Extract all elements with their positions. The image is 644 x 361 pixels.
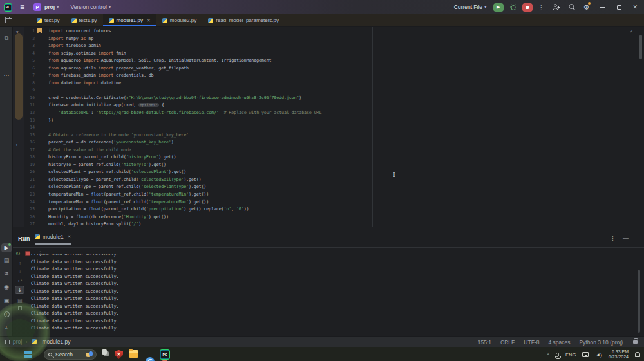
clear-icon[interactable] [15,306,24,311]
file-explorer-icon[interactable] [129,350,138,358]
code-line[interactable] [48,124,638,132]
project-folder-icon[interactable] [5,18,12,23]
status-item[interactable]: Python 3.10 (proj) [579,339,623,346]
console-scrollbar-thumb[interactable] [638,270,640,333]
scroll-to-end-icon[interactable]: ↧ [15,286,24,294]
tab-test1.py[interactable]: test1.py [66,14,103,26]
code-line[interactable]: month1, day1 = historyFrom.split('/') [48,221,638,227]
collapsed-project-panel[interactable]: ▾ › [13,27,24,227]
tab-module1.py[interactable]: module1.py✕ [103,14,156,26]
code-line[interactable]: from scipy.optimize import fmin [48,50,638,58]
security-shield-icon[interactable]: ✕ [115,350,123,359]
tab-test.py[interactable]: test.py [31,14,66,26]
project-badge[interactable]: P [33,3,41,11]
tab-read_model_parameters.py[interactable]: read_model_parameters.py [202,14,285,26]
version-control-tool-icon[interactable]: Y [0,324,13,331]
code-line[interactable]: from aquacrop import AquaCropModel, Soil… [48,57,638,65]
code-line[interactable]: from datetime import datetime [48,80,638,88]
hide-panel-icon[interactable] [20,21,24,21]
inspections-ok-icon[interactable]: ✓ [629,28,634,34]
console-stop-icon[interactable] [25,251,30,256]
run-console-tab[interactable]: module1 ✕ [35,234,71,245]
tray-expand-icon[interactable]: ^ [547,352,549,358]
notifications-bell-icon[interactable] [635,352,640,357]
problems-tool-icon[interactable]: ! [0,311,13,317]
rerun-icon[interactable]: ↻ [15,250,21,257]
pycharm-taskbar-icon[interactable]: PC [160,349,170,360]
start-button[interactable] [24,351,32,358]
code-line[interactable]: firebase_admin.initialize_app(cred, opti… [48,102,638,109]
code-line[interactable]: cred = credentials.Certificate(r"K:\b\om… [48,95,638,102]
project-name[interactable]: proj [44,4,55,10]
console-options-icon[interactable]: ⋮ [610,235,616,241]
console-output[interactable]: Climate data written successfully.Climat… [31,254,626,335]
run-button[interactable]: ▶ [493,3,504,12]
close-icon[interactable]: ✕ [147,18,151,23]
code-line[interactable]: parent_ref = db.reference('yourconstant_… [48,139,638,147]
main-menu-icon[interactable]: ≡ [20,3,24,12]
display-icon[interactable] [582,352,589,357]
breadcrumb-file[interactable]: module1.py [43,338,71,345]
code-line[interactable]: temperatureMin = float(parent_ref.child(… [48,191,638,199]
code-line[interactable] [48,87,638,95]
code-line[interactable]: # Obtain a reference to the node 'yourco… [48,132,638,140]
run-config-selector[interactable]: Current File [454,4,482,10]
code-line[interactable]: temperatureMax = float(parent_ref.child(… [48,199,638,207]
clock[interactable]: 6:33 PM 6/23/2024 [609,349,629,360]
project-tool-icon[interactable]: ⧉ [0,35,13,42]
code-line[interactable]: selectedPlantType = parent_ref.child('se… [48,183,638,191]
debug-button[interactable] [509,3,517,11]
task-view-button[interactable] [102,349,109,357]
code-line[interactable]: historyTo = parent_ref.child('historyTo'… [48,162,638,169]
status-item[interactable]: CRLF [500,339,515,346]
print-icon[interactable]: ▤ [15,298,24,304]
terminal-tool-icon[interactable]: ▣ [0,297,13,304]
search-everywhere-icon[interactable] [568,3,576,11]
vcs-menu[interactable]: Version control [71,4,107,10]
run-tool-icon[interactable]: ▶ [1,243,12,252]
code-line[interactable]: import firebase_admin [48,42,638,50]
code-line[interactable]: from aquacrop.utils import prepare_weath… [48,65,638,73]
language-indicator[interactable]: ENG [565,352,576,358]
code-line[interactable]: import numpy as np [48,35,638,43]
taskbar-search[interactable]: Search [44,349,97,360]
window-close-button[interactable]: ✕ [632,4,638,10]
code-line[interactable]: precipitation = float(parent_ref.child('… [48,206,638,214]
status-item[interactable]: UTF-8 [524,339,539,346]
scroll-down-icon[interactable]: ↓ [15,269,24,275]
hide-console-icon[interactable]: — [623,235,629,241]
stop-button[interactable] [522,3,533,12]
chevron-right-icon[interactable]: › [16,143,17,147]
code-line[interactable]: historyFrom = parent_ref.child('historyF… [48,154,638,162]
microphone-icon[interactable] [556,353,559,357]
scroll-up-icon[interactable]: ↑ [15,261,24,266]
status-item[interactable]: 4 spaces [548,339,570,346]
code-with-me-icon[interactable] [553,3,560,11]
code-lines[interactable]: import concurrent.futuresimport numpy as… [48,28,638,227]
blue-app-icon[interactable] [146,357,155,361]
code-line[interactable]: from firebase_admin import credentials, … [48,72,638,80]
code-line[interactable]: import concurrent.futures [48,28,638,35]
tab-module2.py[interactable]: module2.py [156,14,202,26]
code-line[interactable]: }) [48,117,638,125]
more-tool-icon[interactable]: ⋯ [0,72,13,79]
editor-scrollbar-thumb[interactable] [639,35,642,59]
soft-wrap-icon[interactable]: ↩ [15,278,24,284]
more-actions-icon[interactable]: ⋮ [538,4,545,11]
play-tool-icon[interactable]: ◉ [0,284,13,290]
code-line[interactable]: selectedPlant = parent_ref.child('select… [48,169,638,176]
close-icon[interactable]: ✕ [68,234,71,239]
code-line[interactable]: Humidity = float(db.reference('Humidity'… [48,214,638,221]
breadcrumb-project[interactable]: proj [13,338,22,345]
speaker-icon[interactable]: ◄) [595,352,602,358]
services-tool-icon[interactable]: ≋ [0,270,13,277]
readonly-lock-icon[interactable] [633,340,638,344]
code-line[interactable]: 'databaseURL': 'https://grad-bba94-defau… [48,109,638,117]
code-editor[interactable]: 1234567891011121314151617181920212223242… [24,27,644,227]
code-line[interactable]: # Get the value of the child node [48,147,638,154]
python-packages-tool-icon[interactable]: ▤ [0,257,13,263]
status-item[interactable]: 155:1 [478,339,491,346]
panel-scrollbar[interactable] [15,33,23,120]
bookmark-icon[interactable] [37,28,42,33]
run-panel-title[interactable]: Run [18,235,30,242]
